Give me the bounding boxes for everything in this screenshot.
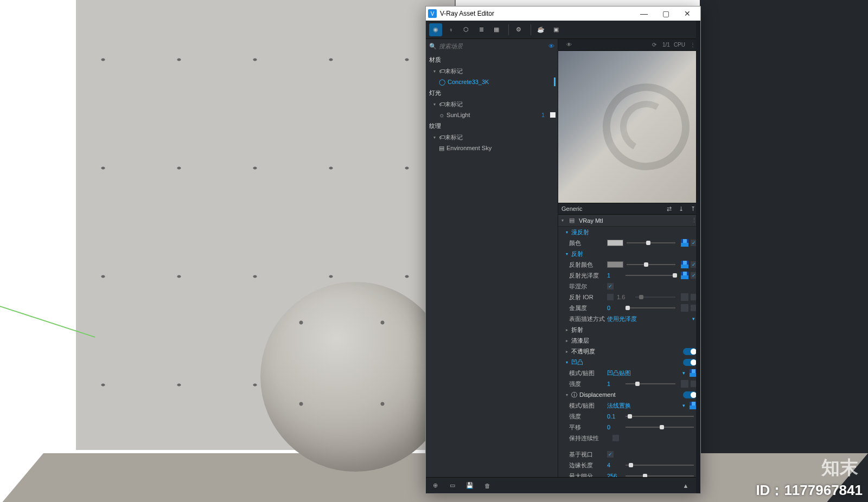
preview-refresh-icon[interactable]: ⟳	[650, 41, 659, 49]
titlebar[interactable]: V V-Ray Asset Editor — ▢ ✕	[426, 7, 700, 21]
diffuse-color-slider[interactable]	[627, 240, 675, 246]
metalness-map-button[interactable]	[681, 304, 688, 312]
chevron-down-icon[interactable]: ▾	[682, 370, 685, 376]
tree-group-untagged-lights[interactable]: ▾🏷 未标记	[426, 99, 558, 110]
tree-item-sunlight[interactable]: ☼ SunLight 1	[426, 110, 558, 120]
param-disp-strength: 强度 0.1	[558, 411, 700, 422]
textures-tab-icon[interactable]: ▦	[490, 23, 503, 36]
material-name-header[interactable]: ▾▤ VRay Mtl ⋮	[558, 215, 700, 227]
diffuse-color-swatch[interactable]	[607, 240, 623, 246]
tree-item-env-sky[interactable]: ▤ Environment Sky	[426, 143, 558, 153]
geometry-tab-icon[interactable]: ⬡	[459, 23, 473, 36]
disp-shift-slider[interactable]	[626, 424, 694, 430]
frame-buffer-icon[interactable]: ▣	[550, 23, 563, 36]
max-subdivs-slider[interactable]	[626, 473, 694, 477]
close-button[interactable]: ✕	[676, 7, 698, 21]
section-bump[interactable]: ▾凹凸	[558, 357, 700, 368]
add-asset-icon[interactable]: ⊕	[429, 480, 441, 492]
view-dependent-checkbox[interactable]	[607, 451, 614, 458]
metalness-slider[interactable]	[626, 305, 675, 311]
param-color: 颜色	[558, 237, 700, 248]
render-button-icon[interactable]: ☕	[534, 23, 547, 36]
render-elements-tab-icon[interactable]: ≣	[475, 23, 488, 36]
reflect-color-slider[interactable]	[627, 261, 675, 268]
watermark-brand: 知末	[821, 455, 858, 480]
reflect-gloss-map-button[interactable]	[681, 272, 688, 279]
maximize-button[interactable]: ▢	[655, 7, 676, 21]
settings-tab-icon[interactable]: ⚙	[512, 23, 525, 36]
reflect-gloss-value[interactable]: 1	[607, 272, 622, 279]
reflect-ior-lock[interactable]	[607, 294, 614, 300]
preview-ratio: 1/1	[662, 41, 671, 49]
displacement-toggle[interactable]	[683, 391, 697, 398]
opacity-toggle[interactable]	[683, 348, 697, 355]
section-reflection[interactable]: ▾反射	[558, 248, 700, 259]
disp-strength-slider[interactable]	[626, 413, 694, 420]
tree-group-untagged[interactable]: ▾🏷 未标记	[426, 66, 558, 76]
reflect-ior-value[interactable]: 1.6	[617, 294, 632, 300]
fresnel-checkbox[interactable]	[607, 283, 614, 289]
tree-category-materials: 材质	[426, 54, 558, 66]
param-view-dependent: 基于视口	[558, 449, 700, 460]
edge-length-slider[interactable]	[626, 462, 694, 468]
lights-tab-icon[interactable]: ♀	[444, 23, 457, 36]
swap-icon[interactable]: ⇄	[665, 204, 673, 213]
reflect-color-swatch[interactable]	[607, 261, 623, 268]
chevron-down-icon[interactable]: ▾	[682, 403, 685, 408]
diffuse-map-button[interactable]	[681, 239, 688, 247]
asset-tree[interactable]: 材质 ▾🏷 未标记 ◯ Concrete33_3K 灯光 ▾🏷 未标记 ☼	[426, 53, 558, 477]
reflect-ior-map-button[interactable]	[681, 293, 688, 301]
max-subdivs-value[interactable]: 256	[607, 473, 622, 477]
chevron-down-icon[interactable]: ▾	[692, 316, 695, 321]
tree-category-lights: 灯光	[426, 87, 558, 99]
bump-strength-map-button[interactable]	[681, 380, 688, 388]
section-diffuse[interactable]: ▾漫反射	[558, 227, 700, 237]
filter-lock-icon[interactable]: 👁	[548, 43, 554, 49]
disp-shift-value[interactable]: 0	[607, 424, 622, 430]
disp-mode-value[interactable]: 法线置换	[607, 402, 631, 410]
bump-strength-slider[interactable]	[626, 381, 675, 387]
delete-icon[interactable]: 🗑	[481, 480, 493, 492]
edge-length-value[interactable]: 4	[607, 462, 622, 468]
param-max-subdivs: 最大细分 256	[558, 471, 700, 477]
minimize-button[interactable]: —	[633, 7, 655, 21]
bump-strength-value[interactable]: 1	[607, 381, 622, 387]
category-toolbar: ◉ ♀ ⬡ ≣ ▦ ⚙ ☕ ▣	[426, 21, 700, 39]
tree-item-material[interactable]: ◯ Concrete33_3K	[426, 76, 558, 87]
param-fresnel: 菲涅尔	[558, 281, 700, 292]
open-folder-icon[interactable]: ▭	[446, 480, 458, 492]
section-opacity[interactable]: ▸不透明度	[558, 346, 700, 357]
materials-tab-icon[interactable]: ◉	[429, 23, 442, 36]
section-coat[interactable]: ▸清漆层	[558, 335, 700, 346]
param-keep-continuity: 保持连续性	[558, 433, 700, 443]
tree-group-untagged-textures[interactable]: ▾🏷 未标记	[426, 132, 558, 143]
param-reflect-gloss: 反射光泽度 1	[558, 270, 700, 281]
save-icon[interactable]: 💾	[464, 480, 476, 492]
import-icon[interactable]: ⤓	[676, 204, 685, 213]
section-refraction[interactable]: ▸折射	[558, 324, 700, 335]
search-input[interactable]	[439, 43, 548, 49]
light-enable-toggle[interactable]	[550, 112, 556, 118]
scrollbar-gutter[interactable]	[696, 21, 700, 493]
parameters-scroll[interactable]: ▾漫反射 颜色 ▾反射 反射颜色 反射光泽度	[558, 227, 700, 477]
material-preview[interactable]	[558, 51, 700, 203]
param-disp-shift: 平移 0	[558, 422, 700, 433]
section-displacement[interactable]: ▾ ⓘ Displacement	[558, 389, 700, 400]
keep-continuity-checkbox[interactable]	[612, 435, 619, 441]
properties-panel: 👁 ⟳ 1/1 CPU ⋮ Generic ⇄ ⤓ ⤒ ▾▤ VRay Mtl	[558, 39, 700, 477]
preview-mode-label[interactable]: CPU	[674, 41, 685, 49]
preview-visibility-icon[interactable]: 👁	[565, 41, 573, 49]
metalness-value[interactable]: 0	[607, 305, 622, 311]
reflect-ior-slider[interactable]	[635, 294, 675, 300]
reflect-color-map-button[interactable]	[681, 261, 688, 268]
watermark-id: ID：1177967841	[756, 481, 863, 500]
surface-mode-value[interactable]: 使用光泽度	[607, 315, 637, 323]
material-engine-header: Generic ⇄ ⤓ ⤒	[558, 203, 700, 215]
purge-icon[interactable]: ▲	[680, 480, 692, 492]
reflect-gloss-slider[interactable]	[626, 272, 675, 279]
disp-strength-value[interactable]: 0.1	[607, 413, 622, 420]
bump-mode-value[interactable]: 凹凸贴图	[607, 369, 631, 377]
material-sphere	[260, 282, 450, 472]
search-icon: 🔍	[429, 43, 437, 50]
bump-toggle[interactable]	[683, 359, 697, 366]
